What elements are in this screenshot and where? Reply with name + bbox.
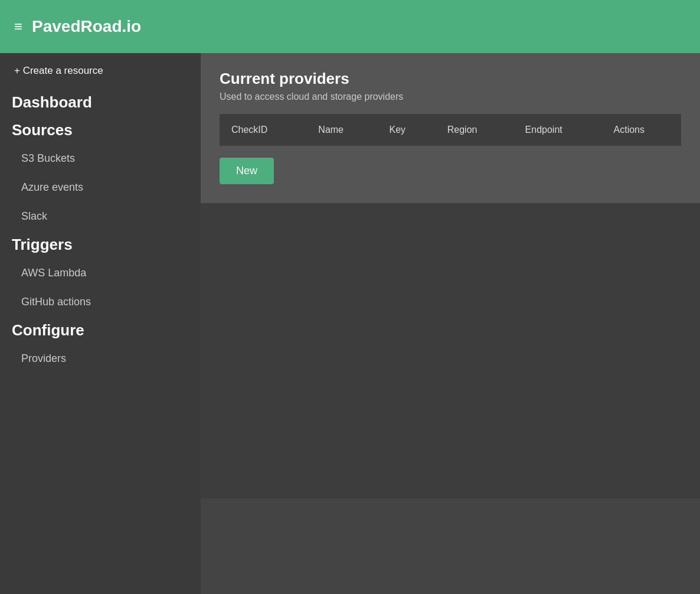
col-header-name: Name (306, 114, 377, 146)
sidebar-item-s3-buckets[interactable]: S3 Buckets (0, 144, 201, 173)
new-button[interactable]: New (220, 158, 274, 184)
hamburger-icon[interactable]: ≡ (14, 18, 22, 35)
sidebar-item-slack[interactable]: Slack (0, 202, 201, 231)
sidebar-item-azure-events[interactable]: Azure events (0, 173, 201, 202)
sidebar-item-github-actions[interactable]: GitHub actions (0, 288, 201, 316)
rest-content (201, 203, 700, 498)
sidebar-item-aws-lambda[interactable]: AWS Lambda (0, 259, 201, 288)
main-layout: + Create a resource Dashboard Sources S3… (0, 53, 700, 594)
sidebar-item-providers[interactable]: Providers (0, 344, 201, 373)
sidebar-section-sources[interactable]: Sources (0, 116, 201, 144)
col-header-actions: Actions (602, 114, 681, 146)
providers-subtitle: Used to access cloud and storage provide… (220, 92, 681, 102)
col-header-checkid: CheckID (220, 114, 306, 146)
col-header-key: Key (378, 114, 436, 146)
sidebar-section-dashboard[interactable]: Dashboard (0, 89, 201, 116)
content-area: Current providers Used to access cloud a… (201, 53, 700, 594)
col-header-region: Region (436, 114, 513, 146)
table-header-row: CheckID Name Key Region Endpoint Actions (220, 114, 681, 146)
providers-panel: Current providers Used to access cloud a… (201, 53, 700, 203)
sidebar: + Create a resource Dashboard Sources S3… (0, 53, 201, 594)
app-title: PavedRoad.io (32, 17, 141, 36)
top-header: ≡ PavedRoad.io (0, 0, 700, 53)
providers-table: CheckID Name Key Region Endpoint Actions (220, 114, 681, 146)
col-header-endpoint: Endpoint (513, 114, 602, 146)
sidebar-section-triggers[interactable]: Triggers (0, 231, 201, 259)
create-resource-button[interactable]: + Create a resource (0, 53, 201, 89)
providers-title: Current providers (220, 70, 681, 88)
sidebar-section-configure[interactable]: Configure (0, 316, 201, 344)
